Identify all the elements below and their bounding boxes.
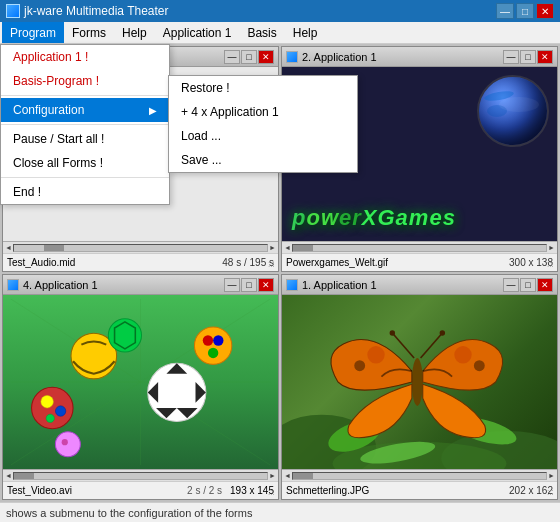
close-button[interactable]: ✕	[536, 3, 554, 19]
submenu-item-add4[interactable]: + 4 x Application 1	[169, 100, 357, 124]
submenu-item-save[interactable]: Save ...	[169, 148, 357, 172]
scroll-right-arrow[interactable]: ►	[268, 244, 277, 251]
scroll-right-arrow[interactable]: ►	[547, 472, 556, 479]
panel-butterfly-minimize[interactable]: —	[503, 278, 519, 292]
scroll-left-arrow[interactable]: ◄	[283, 472, 292, 479]
svg-point-12	[32, 387, 74, 429]
panel-audio-maximize[interactable]: □	[241, 50, 257, 64]
svg-point-16	[108, 319, 141, 352]
svg-point-36	[367, 346, 384, 363]
config-submenu: Restore ! + 4 x Application 1 Load ... S…	[168, 75, 358, 173]
butterfly-svg	[282, 295, 557, 469]
dropdown-item-app1[interactable]: Application 1 !	[1, 45, 169, 69]
scroll-left-arrow[interactable]: ◄	[4, 472, 13, 479]
dropdown-item-close-forms[interactable]: Close all Forms !	[1, 151, 169, 175]
panel-butterfly-info: Schmetterling.JPG 202 x 162	[282, 481, 557, 499]
panel-audio-minimize[interactable]: —	[224, 50, 240, 64]
panel-powerx-icon	[286, 51, 298, 63]
panel-powerx-maximize[interactable]: □	[520, 50, 536, 64]
dropdown-divider-1	[1, 95, 169, 96]
panel-audio-close[interactable]: ✕	[258, 50, 274, 64]
scroll-track[interactable]	[292, 472, 547, 480]
menubar-item-app1[interactable]: Application 1	[155, 22, 240, 43]
panel-powerx-buttons: — □ ✕	[503, 50, 553, 64]
dropdown-item-pause[interactable]: Pause / Start all !	[1, 127, 169, 151]
powerx-text: powerXGames	[292, 205, 456, 231]
panel-audio-filename: Test_Audio.mid	[7, 257, 222, 268]
submenu-arrow: ▶	[149, 105, 157, 116]
submenu-item-load[interactable]: Load ...	[169, 124, 357, 148]
menubar-item-basis[interactable]: Basis	[239, 22, 284, 43]
dropdown-divider-2	[1, 124, 169, 125]
resize-handle[interactable]: ······	[268, 261, 278, 271]
scroll-thumb	[293, 245, 313, 251]
panel-balls-close[interactable]: ✕	[258, 278, 274, 292]
scroll-track[interactable]	[13, 244, 268, 252]
scroll-thumb	[14, 473, 34, 479]
panel-powerx-filename: Powerxgames_Welt.gif	[286, 257, 509, 268]
svg-point-15	[46, 414, 54, 422]
panel-powerx-close[interactable]: ✕	[537, 50, 553, 64]
svg-point-21	[208, 348, 218, 358]
scroll-right-arrow[interactable]: ►	[547, 244, 556, 251]
menubar-item-help2[interactable]: Help	[285, 22, 326, 43]
panel-butterfly: 1. Application 1 — □ ✕	[281, 274, 558, 500]
status-bar: shows a submenu to the configuration of …	[0, 502, 560, 522]
panel-powerx-info: Powerxgames_Welt.gif 300 x 138	[282, 253, 557, 271]
menubar-item-help1[interactable]: Help	[114, 22, 155, 43]
svg-point-19	[203, 335, 213, 345]
panel-butterfly-scrollbar[interactable]: ◄ ►	[282, 469, 557, 481]
status-text: shows a submenu to the configuration of …	[6, 507, 252, 519]
svg-point-13	[41, 395, 53, 407]
panel-butterfly-title: 1. Application 1	[302, 279, 503, 291]
panel-balls-titlebar: 4. Application 1 — □ ✕	[3, 275, 278, 295]
scroll-track[interactable]	[13, 472, 268, 480]
panel-audio-scrollbar[interactable]: ◄ ►	[3, 241, 278, 253]
svg-point-35	[412, 358, 423, 406]
submenu-item-restore[interactable]: Restore !	[169, 76, 357, 100]
scroll-right-arrow[interactable]: ►	[268, 472, 277, 479]
app-icon	[6, 4, 20, 18]
panel-powerx-scrollbar[interactable]: ◄ ►	[282, 241, 557, 253]
panel-powerx-minimize[interactable]: —	[503, 50, 519, 64]
resize-handle-4[interactable]: ······	[547, 489, 557, 499]
svg-point-41	[390, 330, 395, 335]
svg-point-23	[62, 439, 68, 445]
maximize-button[interactable]: □	[516, 3, 534, 19]
program-dropdown: Application 1 ! Basis-Program ! Configur…	[0, 44, 170, 205]
panel-powerx-titlebar: 2. Application 1 — □ ✕	[282, 47, 557, 67]
panel-balls-scrollbar[interactable]: ◄ ►	[3, 469, 278, 481]
menubar-item-program[interactable]: Program	[2, 22, 64, 43]
svg-point-37	[354, 360, 365, 371]
panel-balls-buttons: — □ ✕	[224, 278, 274, 292]
scroll-left-arrow[interactable]: ◄	[4, 244, 13, 251]
panel-butterfly-filename: Schmetterling.JPG	[286, 485, 509, 496]
panel-balls-content	[3, 295, 278, 469]
scroll-left-arrow[interactable]: ◄	[283, 244, 292, 251]
panel-balls-info: Test_Video.avi 2 s / 2 s 193 x 145	[3, 481, 278, 499]
resize-handle-3[interactable]: ······	[268, 489, 278, 499]
scroll-thumb	[293, 473, 313, 479]
panel-audio-time: 48 s / 195 s	[222, 257, 274, 268]
panel-butterfly-close[interactable]: ✕	[537, 278, 553, 292]
minimize-button[interactable]: —	[496, 3, 514, 19]
scroll-thumb	[44, 245, 64, 251]
svg-point-39	[474, 360, 485, 371]
panel-balls-time: 2 s / 2 s	[187, 485, 222, 496]
svg-point-14	[55, 406, 65, 416]
panel-butterfly-icon	[286, 279, 298, 291]
svg-point-20	[213, 335, 223, 345]
panel-balls-maximize[interactable]: □	[241, 278, 257, 292]
dropdown-item-end[interactable]: End !	[1, 180, 169, 204]
scroll-track[interactable]	[292, 244, 547, 252]
menubar-item-forms[interactable]: Forms	[64, 22, 114, 43]
dropdown-item-config[interactable]: Configuration ▶	[1, 98, 169, 122]
panel-butterfly-maximize[interactable]: □	[520, 278, 536, 292]
svg-point-38	[454, 346, 471, 363]
svg-point-22	[55, 432, 80, 457]
panel-balls: 4. Application 1 — □ ✕	[2, 274, 279, 500]
resize-handle-2[interactable]: ······	[547, 261, 557, 271]
dropdown-item-basis[interactable]: Basis-Program !	[1, 69, 169, 93]
panel-balls-icon	[7, 279, 19, 291]
panel-balls-minimize[interactable]: —	[224, 278, 240, 292]
